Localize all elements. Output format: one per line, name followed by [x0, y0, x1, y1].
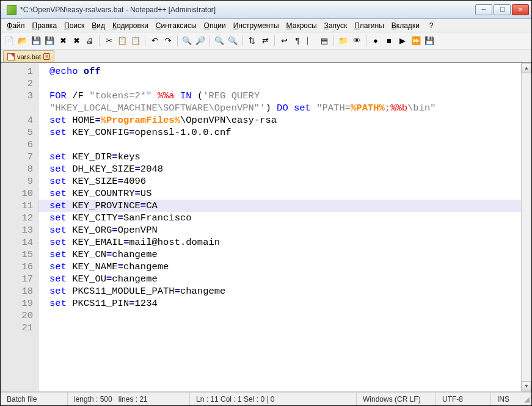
menu-item-0[interactable]: Файл [3, 20, 29, 31]
toolbar-separator [99, 35, 100, 46]
tab-close-icon[interactable]: × [43, 53, 50, 60]
code-line-19[interactable]: set PKCS11_MODULE_PATH=changeme [49, 285, 521, 297]
menu-item-7[interactable]: Инструменты [230, 20, 283, 31]
toolbar-separator [177, 35, 178, 46]
window-title: *C:\OpenVPN\easy-rsa\vars.bat - Notepad+… [20, 5, 475, 14]
toolbar-separator [333, 35, 334, 46]
vertical-scrollbar[interactable]: ▲ ▼ [521, 63, 531, 391]
tab-vars-bat[interactable]: vars.bat × [3, 50, 54, 62]
editor[interactable]: 123 456789101112131415161718192021 @echo… [1, 63, 531, 392]
folder-icon[interactable]: 📁 [337, 35, 349, 47]
status-position: Ln : 11 Col : 1 Sel : 0 | 0 [190, 393, 357, 405]
code-line-18[interactable]: set KEY_OU=changeme [49, 273, 521, 285]
toolbar-separator [210, 35, 210, 46]
code-line-6[interactable]: set KEY_CONFIG=openssl-1.0.0.cnf [49, 126, 521, 139]
show-all-icon[interactable]: ¶ [291, 35, 304, 47]
save-icon[interactable]: 💾 [30, 35, 42, 47]
doc-map-icon[interactable]: ▤ [318, 35, 330, 47]
window-controls: ─ ☐ ✕ [475, 4, 529, 15]
toolbar-separator [145, 35, 145, 46]
copy-icon[interactable]: 📋 [116, 35, 128, 47]
save-all-icon[interactable]: 💾 [43, 35, 56, 47]
code-line-10[interactable]: set KEY_SIZE=4096 [49, 175, 521, 187]
line-number-gutter: 123 456789101112131415161718192021 [1, 63, 38, 391]
code-line-3[interactable]: FOR /F "tokens=2*" %%a IN ('REG QUERY "H… [49, 90, 521, 102]
maximize-button[interactable]: ☐ [494, 4, 511, 15]
tab-label: vars.bat [17, 53, 41, 60]
status-eol: Windows (CR LF) [357, 393, 436, 405]
menu-item-11[interactable]: Вкладки [388, 20, 423, 31]
scroll-up-icon[interactable]: ▲ [522, 63, 531, 73]
code-line-9[interactable]: set DH_KEY_SIZE=2048 [49, 163, 521, 175]
redo-icon[interactable]: ↷ [162, 35, 174, 47]
toolbar: 📄📂💾💾✖✖🖨✂📋📋↶↷🔍🔎🔍🔍⇅⇄↩¶⎸▤📁👁●■▶⏩💾 [1, 32, 531, 49]
paste-icon[interactable]: 📋 [129, 35, 142, 47]
status-encoding: UTF-8 [436, 393, 491, 405]
titlebar: *C:\OpenVPN\easy-rsa\vars.bat - Notepad+… [1, 1, 531, 19]
code-area[interactable]: @echo off FOR /F "tokens=2*" %%a IN ('RE… [38, 63, 521, 391]
wordwrap-icon[interactable]: ↩ [278, 35, 290, 47]
code-line-21[interactable] [49, 310, 521, 322]
undo-icon[interactable]: ↶ [148, 35, 161, 47]
menu-item-3[interactable]: Вид [88, 20, 109, 31]
code-line-2[interactable] [49, 78, 521, 90]
code-line-17[interactable]: set KEY_NAME=changeme [49, 261, 521, 273]
menu-item-1[interactable]: Правка [29, 20, 61, 31]
close-icon[interactable]: ✖ [57, 35, 69, 47]
play-multi-icon[interactable]: ⏩ [410, 35, 422, 47]
menu-item-8[interactable]: Макросы [283, 20, 321, 31]
code-line-20[interactable]: set PKCS11_PIN=1234 [49, 297, 521, 310]
tabbar: vars.bat × [1, 49, 531, 63]
toolbar-separator [274, 35, 275, 46]
indent-guide-icon[interactable]: ⎸ [305, 35, 317, 47]
code-line-15[interactable]: set KEY_EMAIL=mail@host.domain [49, 236, 521, 248]
status-filetype: Batch file [1, 393, 68, 405]
status-mode: INS [491, 393, 522, 405]
app-icon [7, 5, 16, 15]
menu-item-10[interactable]: Плагины [351, 20, 388, 31]
toolbar-separator [366, 35, 366, 46]
close-button[interactable]: ✕ [512, 4, 529, 15]
file-icon [7, 53, 15, 60]
save-macro-icon[interactable]: 💾 [423, 35, 435, 47]
minimize-button[interactable]: ─ [475, 4, 492, 15]
menu-item-6[interactable]: Опции [200, 20, 230, 31]
code-line-11[interactable]: set KEY_COUNTRY=US [49, 187, 521, 200]
code-line-13[interactable]: set KEY_CITY=SanFrancisco [49, 212, 521, 224]
menubar: ФайлПравкаПоискВидКодировкиСинтаксисыОпц… [1, 19, 531, 32]
code-line-7[interactable] [49, 139, 521, 151]
code-line-16[interactable]: set KEY_CN=changeme [49, 248, 521, 261]
scroll-track[interactable] [522, 73, 531, 381]
sync-h-icon[interactable]: ⇄ [259, 35, 271, 47]
new-file-icon[interactable]: 📄 [3, 35, 15, 47]
open-file-icon[interactable]: 📂 [16, 35, 29, 47]
menu-item-9[interactable]: Запуск [321, 20, 351, 31]
menu-item-4[interactable]: Кодировки [109, 20, 152, 31]
replace-icon[interactable]: 🔎 [194, 35, 206, 47]
sync-v-icon[interactable]: ⇅ [246, 35, 258, 47]
menu-item-12[interactable]: ? [426, 20, 437, 31]
zoom-in-icon[interactable]: 🔍 [213, 35, 225, 47]
code-line-14[interactable]: set KEY_ORG=OpenVPN [49, 224, 521, 236]
zoom-out-icon[interactable]: 🔍 [227, 35, 239, 47]
cut-icon[interactable]: ✂ [103, 35, 115, 47]
record-macro-icon[interactable]: ● [370, 35, 382, 47]
resize-grip-icon[interactable]: ◢ [522, 395, 531, 404]
close-all-icon[interactable]: ✖ [70, 35, 82, 47]
menu-item-2[interactable]: Поиск [60, 20, 88, 31]
code-line-8[interactable]: set KEY_DIR=keys [49, 151, 521, 163]
code-line-5[interactable]: set HOME=%ProgramFiles%\OpenVPN\easy-rsa [49, 114, 521, 126]
code-line-1[interactable]: @echo off [49, 65, 521, 78]
menu-item-5[interactable]: Синтаксисы [152, 20, 200, 31]
monitor-icon[interactable]: 👁 [351, 35, 363, 47]
find-icon[interactable]: 🔍 [181, 35, 193, 47]
scroll-down-icon[interactable]: ▼ [522, 381, 531, 391]
statusbar: Batch file length : 500 lines : 21 Ln : … [1, 392, 531, 405]
toolbar-separator [242, 35, 242, 46]
play-macro-icon[interactable]: ▶ [396, 35, 409, 47]
status-length: length : 500 lines : 21 [68, 393, 190, 405]
stop-macro-icon[interactable]: ■ [383, 35, 395, 47]
print-icon[interactable]: 🖨 [84, 35, 96, 47]
